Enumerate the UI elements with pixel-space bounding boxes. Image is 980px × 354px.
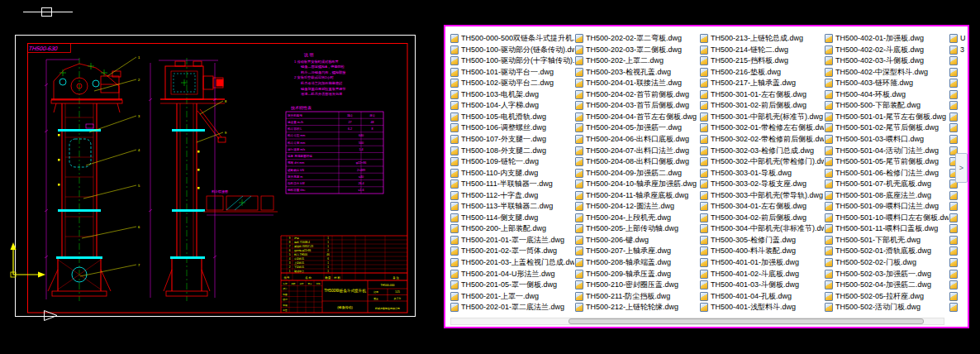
file-item[interactable]: TH500-304-中部机壳(非标准节).dwg bbox=[700, 223, 824, 234]
file-item[interactable] bbox=[949, 201, 967, 212]
file-item[interactable]: TH500-501-04-活动门法兰.dwg bbox=[825, 146, 949, 156]
file-item[interactable]: TH500-202-上罩二.dwg bbox=[575, 55, 699, 66]
file-item[interactable] bbox=[949, 190, 967, 201]
file-item[interactable]: TH500-114-侧支腿.dwg bbox=[450, 213, 574, 223]
file-item[interactable]: TH500-206-键.dwg bbox=[575, 235, 699, 246]
file-item[interactable]: TH500-109-链轮一.dwg bbox=[450, 156, 574, 167]
scrollbar-thumb[interactable] bbox=[568, 318, 924, 324]
file-item[interactable]: TH500-501-01-尾节左右侧板.dwg bbox=[825, 112, 949, 122]
file-item[interactable]: TH500-204-04-首节左右侧板.dwg bbox=[575, 112, 699, 122]
file-item[interactable]: TH500-201-上罩一.dwg bbox=[450, 291, 574, 302]
file-item[interactable]: TH500-207-上轴承座.dwg bbox=[575, 246, 699, 256]
file-item[interactable]: TH500-201-02-罩一筒体.dwg bbox=[450, 246, 574, 256]
file-item[interactable]: TH500-209-轴承压盖.dwg bbox=[575, 269, 699, 280]
file-item[interactable]: TH500-502-04-加强筋二.dwg bbox=[825, 280, 949, 290]
file-item[interactable]: TH500-215-挡料板.dwg bbox=[700, 55, 824, 66]
file-item[interactable]: TH500-202-03-罩二侧板.dwg bbox=[575, 45, 699, 55]
file-item[interactable]: TH500-304-01-左右侧板.dwg bbox=[700, 201, 824, 212]
file-item[interactable]: TH500-302-中部机壳(带检修门).dwg bbox=[700, 156, 824, 167]
file-item[interactable]: TH500-501-10-喂料口左右侧板.dwg bbox=[825, 213, 949, 223]
file-item[interactable]: TH500-202-01-罩二底法兰.dwg bbox=[450, 302, 574, 313]
file-item[interactable]: TH500-213-上链轮总成.dwg bbox=[700, 33, 824, 44]
file-item[interactable]: TH500-302-01-带检修左右侧板.dwg bbox=[700, 122, 824, 133]
file-item[interactable]: TH500-402-02-斗底板.dwg bbox=[825, 45, 949, 55]
file-item[interactable]: TH500-101-驱动平台一.dwg bbox=[450, 67, 574, 78]
file-item[interactable]: TH500-102-驱动平台二.dwg bbox=[450, 78, 574, 88]
file-item[interactable]: TH500-110-内支腿.dwg bbox=[450, 168, 574, 179]
file-item[interactable]: TH500-200-上部装配.dwg bbox=[450, 223, 574, 234]
file-item[interactable]: TH500-107-外支腿一.dwg bbox=[450, 134, 574, 145]
file-item[interactable]: TH500-100-驱动部分(十字轴传动).dwg bbox=[450, 55, 574, 66]
file-item[interactable]: TH500-212-上链轮轮缘.dwg bbox=[575, 302, 699, 313]
file-item[interactable]: TH500-204-05-加强筋一.dwg bbox=[575, 122, 699, 133]
file-item[interactable] bbox=[949, 235, 967, 246]
file-item[interactable]: TH500-501-03-喂料口.dwg bbox=[825, 134, 949, 145]
file-item[interactable] bbox=[949, 78, 967, 88]
file-item[interactable]: TH500-501-02-尾节后侧板.dwg bbox=[825, 122, 949, 133]
horizontal-scrollbar[interactable] bbox=[450, 318, 944, 325]
file-item[interactable]: TH500-204-11-轴承座底板.dwg bbox=[575, 190, 699, 201]
expand-pane-button[interactable]: > bbox=[955, 153, 968, 183]
file-item[interactable] bbox=[949, 134, 967, 145]
file-item[interactable]: TH500-404-环板.dwg bbox=[825, 89, 949, 100]
file-item[interactable]: TH500-403-链环箍.dwg bbox=[825, 78, 949, 88]
file-item[interactable]: TH500-112-十字盘.dwg bbox=[450, 190, 574, 201]
file-item[interactable]: TH500-201-04-U形法兰.dwg bbox=[450, 269, 574, 280]
file-item[interactable]: TH500-502-02-门板.dwg bbox=[825, 257, 949, 268]
file-item[interactable]: TH500-204-02-首节前侧板.dwg bbox=[575, 89, 699, 100]
file-item[interactable]: TH500-501-05-尾节前侧板.dwg bbox=[825, 156, 949, 167]
file-item[interactable] bbox=[949, 213, 967, 223]
file-item[interactable] bbox=[949, 122, 967, 133]
file-item[interactable]: TH500-301-中部机壳(标准节).dwg bbox=[700, 112, 824, 122]
file-item[interactable]: TH500-204-09-加强筋二.dwg bbox=[575, 168, 699, 179]
file-item[interactable] bbox=[949, 55, 967, 66]
file-item[interactable]: TH500-204-07-出料口法兰.dwg bbox=[575, 146, 699, 156]
file-item[interactable] bbox=[949, 67, 967, 78]
file-item[interactable]: TH500-302-02-带检修前后侧板.dwg bbox=[700, 134, 824, 145]
file-item[interactable]: U bbox=[949, 33, 967, 44]
file-item[interactable]: TH500-106-调整螺丝.dwg bbox=[450, 122, 574, 133]
file-item[interactable]: TH500-216-垫板.dwg bbox=[700, 67, 824, 78]
file-item[interactable]: TH500-205-上部传动轴.dwg bbox=[575, 223, 699, 234]
file-item[interactable]: TH500-302-03-检修门总成.dwg bbox=[700, 146, 824, 156]
file-item[interactable]: TH500-301-02-前后侧板.dwg bbox=[700, 100, 824, 111]
file-item[interactable] bbox=[949, 112, 967, 122]
file-item[interactable]: TH500-402-03-斗侧板.dwg bbox=[825, 55, 949, 66]
file-item[interactable]: TH500-208-轴承端盖.dwg bbox=[575, 257, 699, 268]
file-item[interactable]: TH500-500-下部装配.dwg bbox=[825, 100, 949, 111]
file-item[interactable]: TH500-501-08-底座法兰.dwg bbox=[825, 190, 949, 201]
file-item[interactable]: TH500-402-01-加强板.dwg bbox=[825, 33, 949, 44]
file-item[interactable]: TH500-204-08-出料口侧板.dwg bbox=[575, 156, 699, 167]
file-item[interactable]: TH500-502-活动门板.dwg bbox=[825, 302, 949, 313]
file-item[interactable]: TH500-204-12-圆法兰.dwg bbox=[575, 201, 699, 212]
file-item[interactable]: TH500-000-500双链条斗式提升机.dwg bbox=[450, 33, 574, 44]
file-item[interactable]: TH500-502-01-滑轨底板.dwg bbox=[825, 246, 949, 256]
file-item[interactable]: TH500-401-02-斗底板.dwg bbox=[700, 269, 824, 280]
file-item[interactable]: TH500-501-下部机壳.dwg bbox=[825, 235, 949, 246]
file-item[interactable]: TH500-204-10-轴承座加强筋.dwg bbox=[575, 179, 699, 189]
file-item[interactable]: TH500-113-半联轴器二.dwg bbox=[450, 201, 574, 212]
file-item[interactable]: TH500-104-人字梯.dwg bbox=[450, 100, 574, 111]
file-item[interactable]: TH500-202-02-罩二弯板.dwg bbox=[575, 33, 699, 44]
file-item[interactable]: TH500-401-03-斗侧板.dwg bbox=[700, 280, 824, 290]
file-item[interactable]: TH500-303-01-导板.dwg bbox=[700, 168, 824, 179]
file-item[interactable]: TH500-501-07-机壳底板.dwg bbox=[825, 179, 949, 189]
grip-box[interactable] bbox=[41, 7, 52, 17]
file-item[interactable] bbox=[949, 257, 967, 268]
file-item[interactable]: TH500-204-06-出料口底板.dwg bbox=[575, 134, 699, 145]
file-item[interactable]: TH500-303-中部机壳(带导轨).dwg bbox=[700, 190, 824, 201]
file-item[interactable]: TH500-204-上段机壳.dwg bbox=[575, 213, 699, 223]
file-item[interactable]: TH500-100-驱动部分(链条传动).dwg bbox=[450, 45, 574, 55]
file-item[interactable]: TH500-301-01-左右侧板.dwg bbox=[700, 89, 824, 100]
file-item[interactable]: 3 bbox=[949, 45, 967, 55]
file-item[interactable]: TH500-103-电机架.dwg bbox=[450, 89, 574, 100]
file-item[interactable]: TH500-111-半联轴器一.dwg bbox=[450, 179, 574, 189]
file-item[interactable]: TH500-304-02-前后侧板.dwg bbox=[700, 213, 824, 223]
file-item[interactable]: TH500-501-11-喂料口盖板.dwg bbox=[825, 223, 949, 234]
file-item[interactable]: TH500-214-链轮二.dwg bbox=[700, 45, 824, 55]
file-item[interactable]: TH500-501-09-喂料口法兰.dwg bbox=[825, 201, 949, 212]
file-item[interactable]: TH500-305-检修门盖.dwg bbox=[700, 235, 824, 246]
file-item[interactable] bbox=[949, 269, 967, 280]
file-item[interactable]: TH500-401-04-孔板.dwg bbox=[700, 291, 824, 302]
file-item[interactable] bbox=[949, 223, 967, 234]
